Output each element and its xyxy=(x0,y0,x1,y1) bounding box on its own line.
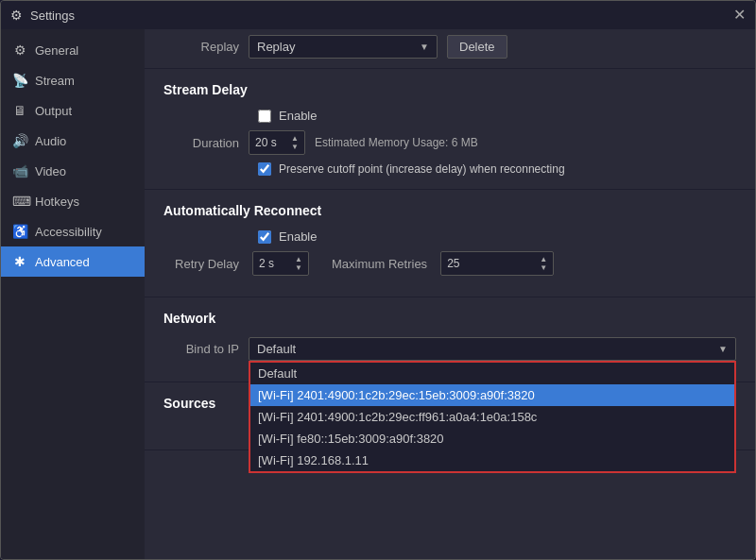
sidebar-item-output[interactable]: 🖥 Output xyxy=(1,95,145,126)
duration-arrows[interactable]: ▲ ▼ xyxy=(291,134,299,151)
content-area: ⚙ General 📡 Stream 🖥 Output 🔊 Audio 📹 Vi… xyxy=(1,29,755,559)
dropdown-option-wifi4[interactable]: [Wi-Fi] 192.168.1.11 xyxy=(250,450,734,471)
chevron-down-icon: ▼ xyxy=(718,344,728,354)
sidebar: ⚙ General 📡 Stream 🖥 Output 🔊 Audio 📹 Vi… xyxy=(1,29,145,559)
sidebar-item-general[interactable]: ⚙ General xyxy=(1,35,145,65)
auto-reconnect-enable-checkbox[interactable] xyxy=(258,230,271,244)
title-bar-left: ⚙ Settings xyxy=(10,8,75,23)
down-arrow-icon: ▼ xyxy=(291,143,299,151)
stream-delay-duration-row: Duration 20 s ▲ ▼ Estimated Memory Usage… xyxy=(163,130,736,155)
sidebar-label-general: General xyxy=(35,43,78,58)
stream-delay-enable-row: Enable xyxy=(163,109,736,123)
bind-to-ip-options: Default [Wi-Fi] 2401:4900:1c2b:29ec:15eb… xyxy=(249,361,736,473)
bind-to-ip-dropdown[interactable]: Default ▼ xyxy=(249,337,736,361)
auto-reconnect-title: Automatically Reconnect xyxy=(163,203,736,218)
partial-dropdown[interactable]: Replay ▼ xyxy=(249,35,438,59)
network-section: Network Bind to IP Default ▼ Default [Wi… xyxy=(145,297,755,382)
down-arrow-icon: ▼ xyxy=(295,263,302,272)
accessibility-icon: ♿ xyxy=(12,224,27,239)
sidebar-label-audio: Audio xyxy=(35,134,66,148)
estimate-text: Estimated Memory Usage: 6 MB xyxy=(315,136,478,149)
up-arrow-icon: ▲ xyxy=(295,255,302,263)
duration-spinbox[interactable]: 20 s ▲ ▼ xyxy=(249,130,305,155)
partial-label: Replay xyxy=(163,40,239,54)
sidebar-label-hotkeys: Hotkeys xyxy=(35,195,79,209)
chevron-down-icon: ▼ xyxy=(420,42,429,52)
advanced-icon: ✱ xyxy=(12,254,27,269)
stream-icon: 📡 xyxy=(12,73,27,88)
sidebar-label-stream: Stream xyxy=(35,74,75,88)
auto-reconnect-enable-row: Enable xyxy=(163,229,736,244)
sidebar-item-hotkeys[interactable]: ⌨ Hotkeys xyxy=(1,186,145,216)
sidebar-item-stream[interactable]: 📡 Stream xyxy=(1,65,145,95)
dropdown-option-default[interactable]: Default xyxy=(250,363,734,384)
sidebar-label-video: Video xyxy=(35,164,66,178)
partial-dropdown-value: Replay xyxy=(257,40,295,54)
bind-to-ip-value: Default xyxy=(257,342,296,356)
down-arrow-icon: ▼ xyxy=(540,263,547,272)
retry-delay-spinbox[interactable]: 2 s ▲ ▼ xyxy=(252,251,309,276)
audio-icon: 🔊 xyxy=(12,133,27,148)
auto-reconnect-enable-label: Enable xyxy=(279,229,317,244)
output-icon: 🖥 xyxy=(12,103,27,118)
hotkeys-icon: ⌨ xyxy=(12,194,27,209)
stream-delay-enable-label: Enable xyxy=(279,109,317,123)
general-icon: ⚙ xyxy=(12,42,27,58)
duration-label: Duration xyxy=(163,136,239,150)
delete-button[interactable]: Delete xyxy=(447,35,507,59)
retry-delay-value: 2 s xyxy=(259,257,274,270)
max-retries-arrows[interactable]: ▲ ▼ xyxy=(540,255,547,272)
dropdown-option-wifi2[interactable]: [Wi-Fi] 2401:4900:1c2b:29ec:ff961:a0a4:1… xyxy=(250,406,734,428)
bind-to-ip-container: Default ▼ Default [Wi-Fi] 2401:4900:1c2b… xyxy=(249,337,736,361)
bind-to-ip-label: Bind to IP xyxy=(163,342,239,356)
stream-delay-enable-checkbox[interactable] xyxy=(258,110,271,123)
close-button[interactable]: ✕ xyxy=(733,8,746,23)
sidebar-item-video[interactable]: 📹 Video xyxy=(1,156,145,186)
dropdown-option-wifi3[interactable]: [Wi-Fi] fe80::15eb:3009:a90f:3820 xyxy=(250,428,734,450)
top-partial-section: Replay Replay ▼ Delete xyxy=(145,29,755,69)
retry-delay-label: Retry Delay xyxy=(163,257,239,271)
up-arrow-icon: ▲ xyxy=(291,134,299,143)
preserve-checkbox[interactable] xyxy=(258,162,271,176)
sidebar-label-advanced: Advanced xyxy=(35,255,90,269)
video-icon: 📹 xyxy=(12,163,27,178)
title-bar: ⚙ Settings ✕ xyxy=(1,1,755,29)
retry-delay-row: Retry Delay 2 s ▲ ▼ Maximum Retries 25 ▲ xyxy=(163,251,736,276)
retry-delay-arrows[interactable]: ▲ ▼ xyxy=(295,255,302,272)
up-arrow-icon: ▲ xyxy=(540,255,547,263)
sidebar-item-accessibility[interactable]: ♿ Accessibility xyxy=(1,216,145,246)
dropdown-option-wifi1[interactable]: [Wi-Fi] 2401:4900:1c2b:29ec:15eb:3009:a9… xyxy=(250,384,734,406)
sidebar-label-accessibility: Accessibility xyxy=(35,225,102,239)
stream-delay-section: Stream Delay Enable Duration 20 s ▲ ▼ Es… xyxy=(145,69,755,190)
sidebar-item-advanced[interactable]: ✱ Advanced xyxy=(1,246,145,277)
max-retries-spinbox[interactable]: 25 ▲ ▼ xyxy=(440,251,554,276)
main-content: Replay Replay ▼ Delete Stream Delay Enab… xyxy=(145,29,755,559)
sidebar-item-audio[interactable]: 🔊 Audio xyxy=(1,126,145,156)
window-title: Settings xyxy=(30,8,75,23)
max-retries-label: Maximum Retries xyxy=(332,257,427,271)
duration-value: 20 s xyxy=(255,136,277,149)
preserve-label: Preserve cutoff point (increase delay) w… xyxy=(279,162,565,176)
auto-reconnect-section: Automatically Reconnect Enable Retry Del… xyxy=(145,190,755,297)
settings-window: ⚙ Settings ✕ ⚙ General 📡 Stream 🖥 Output… xyxy=(0,0,756,560)
settings-icon: ⚙ xyxy=(10,8,23,23)
network-title: Network xyxy=(163,311,736,326)
max-retries-value: 25 xyxy=(447,257,459,270)
bind-to-ip-row: Bind to IP Default ▼ Default [Wi-Fi] 240… xyxy=(163,337,736,361)
preserve-row: Preserve cutoff point (increase delay) w… xyxy=(163,162,736,176)
stream-delay-title: Stream Delay xyxy=(163,82,736,97)
sidebar-label-output: Output xyxy=(35,104,72,118)
